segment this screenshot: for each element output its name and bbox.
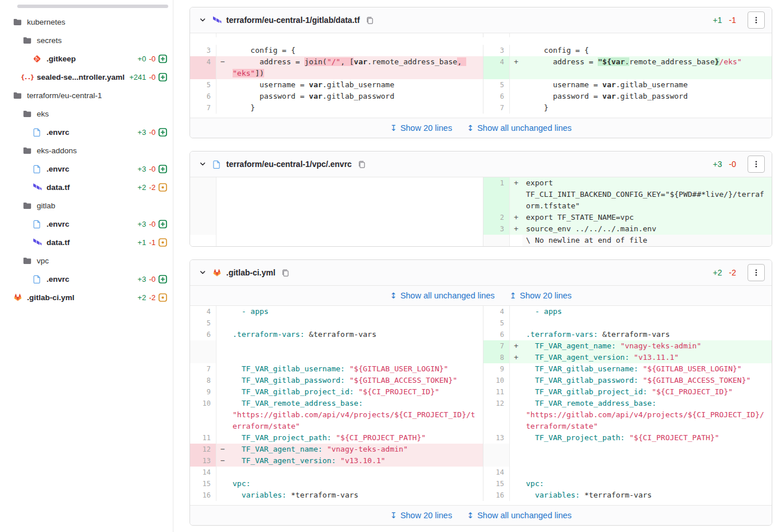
tree-item-label: sealed-se...ntroller.yaml	[37, 73, 125, 81]
tree-item-gitlab[interactable]: gitlab	[0, 196, 173, 215]
old-line-number	[190, 223, 216, 235]
new-line-number[interactable]: 3	[483, 223, 510, 235]
diff-row: 7 TF_VAR_gitlab_username: "${GITLAB_USER…	[190, 363, 772, 375]
new-line-number[interactable]: 4	[483, 306, 510, 317]
code-line: config = {	[522, 45, 772, 56]
options-menu-button[interactable]	[748, 11, 765, 29]
diff-panel-.gitlab-ci.yml: .gitlab-ci.yml+2-2↕Show all unchanged li…	[189, 259, 772, 526]
old-line-number[interactable]: 8	[190, 375, 216, 386]
new-line-number[interactable]: 5	[483, 79, 510, 91]
tree-item-terraform-eu-central-1[interactable]: terraform/eu-central-1	[0, 86, 173, 104]
new-line-number[interactable]: 12	[483, 398, 510, 432]
new-line-number[interactable]: 4	[483, 56, 510, 79]
show-20-lines-link[interactable]: ↧Show 20 lines	[390, 511, 452, 520]
file-added-badge	[158, 55, 167, 63]
show-all-unchanged-lines-link[interactable]: ↕Show all unchanged lines	[467, 511, 571, 520]
old-line-number[interactable]: 7	[190, 363, 216, 375]
collapse-chevron-icon[interactable]	[198, 15, 207, 25]
old-line-number[interactable]: 14	[190, 467, 216, 478]
tree-item-sealed-se...ntroller.yaml[interactable]: {..}sealed-se...ntroller.yaml+241-0	[0, 68, 173, 86]
code-line: variables: *terraform-vars	[229, 490, 483, 501]
collapse-chevron-icon[interactable]	[198, 268, 207, 277]
diff-row: 2+export TF_STATE_NAME=vpc	[190, 212, 772, 223]
old-line-number[interactable]: 13	[190, 455, 216, 467]
old-line-number[interactable]: 3	[190, 45, 216, 56]
new-line-number[interactable]: 10	[483, 375, 510, 386]
new-line-number[interactable]: 6	[483, 91, 510, 102]
terraform-icon	[32, 238, 42, 247]
old-line-number[interactable]: 5	[190, 79, 216, 91]
new-line-number[interactable]: 3	[483, 45, 510, 56]
diff-marker	[216, 432, 229, 444]
old-line-number[interactable]: 11	[190, 432, 216, 444]
tree-item-eks[interactable]: eks	[0, 104, 173, 123]
tree-item-label: kubernetes	[27, 18, 65, 26]
new-line-number[interactable]: 15	[483, 478, 510, 490]
show-20-lines-link[interactable]: ↥Show 20 lines	[510, 291, 572, 300]
new-line-number[interactable]: 6	[483, 329, 510, 340]
show-all-unchanged-lines-link[interactable]: ↕Show all unchanged lines	[390, 291, 494, 300]
new-line-number[interactable]: 11	[483, 386, 510, 398]
old-line-number[interactable]: 9	[190, 386, 216, 398]
new-line-number[interactable]: 8	[483, 352, 510, 363]
new-line-number[interactable]: 7	[483, 340, 510, 352]
options-menu-button[interactable]	[748, 264, 765, 281]
file-modified-badge	[158, 293, 167, 302]
code-line: TF_VAR_gitlab_password: "${GITLAB_ACCESS…	[522, 375, 772, 386]
diff-marker	[510, 375, 522, 386]
tree-item-kubernetes[interactable]: kubernetes	[0, 13, 173, 31]
diff-marker	[510, 363, 522, 375]
code-line	[522, 317, 772, 329]
tree-item-vpc[interactable]: vpc	[0, 251, 173, 270]
old-line-number[interactable]: 15	[190, 478, 216, 490]
old-line-number[interactable]: 6	[190, 329, 216, 340]
tree-item-eks-addons[interactable]: eks-addons	[0, 141, 173, 160]
code-line: TF_VAR_agent_name: "vnagy-teks-admin"	[522, 340, 772, 352]
old-line-number[interactable]: 5	[190, 317, 216, 329]
old-line-number[interactable]: 12	[190, 444, 216, 455]
tree-item-data.tf[interactable]: data.tf+1-1	[0, 233, 173, 251]
diff-row: 9 TF_VAR_gitlab_project_id: "${CI_PROJEC…	[190, 386, 772, 398]
diff-row: 8 TF_VAR_gitlab_password: "${GITLAB_ACCE…	[190, 375, 772, 386]
tree-item-.envrc[interactable]: .envrc+3-0	[0, 123, 173, 141]
old-line-number[interactable]: 4	[190, 306, 216, 317]
expand-lines-bar: ↧Show 20 lines↕Show all unchanged lines	[190, 118, 772, 138]
diff-marker	[216, 177, 229, 212]
new-line-number[interactable]: 1	[483, 177, 510, 212]
collapse-chevron-icon[interactable]	[198, 160, 207, 169]
new-line-number[interactable]: 14	[483, 467, 510, 478]
old-line-number[interactable]: 6	[190, 91, 216, 102]
diff-marker	[510, 398, 522, 432]
expand-down-icon: ↧	[390, 511, 397, 520]
diff-marker: −	[216, 444, 229, 455]
copy-path-button[interactable]	[280, 267, 291, 278]
tree-item-secrets[interactable]: secrets	[0, 31, 173, 49]
new-line-number[interactable]: 13	[483, 432, 510, 444]
doc-icon	[32, 275, 42, 284]
copy-path-button[interactable]	[357, 159, 367, 169]
file-added-badge	[158, 165, 167, 173]
tree-item-data.tf[interactable]: data.tf+2-2	[0, 178, 173, 196]
options-menu-button[interactable]	[748, 156, 765, 173]
old-line-number[interactable]: 7	[190, 102, 216, 114]
show-20-lines-link[interactable]: ↧Show 20 lines	[390, 123, 452, 133]
tree-item-.envrc[interactable]: .envrc+3-0	[0, 160, 173, 178]
code-line: - apps	[229, 306, 483, 317]
new-line-number[interactable]: 5	[483, 317, 510, 329]
new-line-number[interactable]: 9	[483, 363, 510, 375]
old-line-number[interactable]: 4	[190, 56, 216, 79]
show-all-unchanged-lines-link[interactable]: ↕Show all unchanged lines	[467, 123, 571, 133]
tree-item-.gitkeep[interactable]: .gitkeep+0-0	[0, 49, 173, 68]
old-line-number[interactable]: 16	[190, 490, 216, 501]
new-line-number[interactable]: 7	[483, 102, 510, 114]
tree-item-.envrc[interactable]: .envrc+3-0	[0, 215, 173, 233]
tree-item-.envrc[interactable]: .envrc+3-0	[0, 270, 173, 288]
old-line-number[interactable]: 10	[190, 398, 216, 432]
new-line-number[interactable]: 2	[483, 212, 510, 223]
new-side: 14	[483, 467, 772, 478]
sidebar-horizontal-scrollbar[interactable]	[17, 5, 168, 8]
code-line: address = join("/", [var.remote_address_…	[229, 56, 483, 79]
copy-path-button[interactable]	[365, 15, 375, 25]
tree-item-.gitlab-ci.yml[interactable]: .gitlab-ci.yml+2-2	[0, 288, 173, 306]
new-line-number[interactable]: 16	[483, 490, 510, 501]
